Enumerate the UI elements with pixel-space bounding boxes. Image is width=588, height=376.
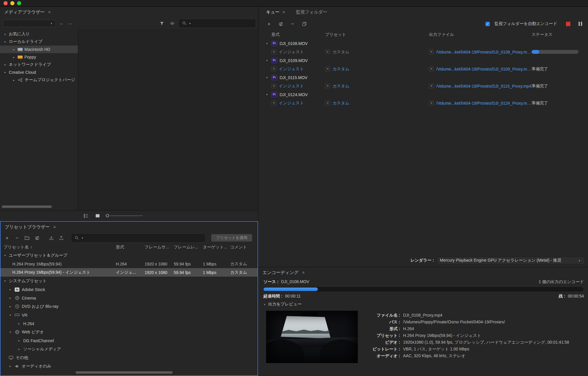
- chevron-right-icon[interactable]: ▸: [12, 56, 16, 59]
- media-search-input[interactable]: ▾: [179, 20, 255, 27]
- preset-folder-vr-h264[interactable]: ▸ H.264: [1, 319, 258, 328]
- queue-job-header-2[interactable]: ▾ Pr DJI_0115.MOV: [258, 73, 588, 82]
- column-frame-size[interactable]: フレームサ...: [145, 245, 174, 250]
- format-dropdown[interactable]: ▾: [271, 66, 276, 71]
- preset-link[interactable]: カスタム: [333, 83, 349, 89]
- chevron-down-icon[interactable]: ▾: [265, 59, 269, 62]
- column-format[interactable]: 形式: [116, 245, 145, 250]
- preset-folder-dvd-bluray[interactable]: ▸ DVD および Blu-ray: [1, 302, 258, 311]
- queue-job-header-1[interactable]: ▾ Pr DJI_0109.MOV: [258, 56, 588, 65]
- preset-search-input[interactable]: ▾: [72, 234, 205, 242]
- panel-menu-icon[interactable]: ≡: [48, 10, 51, 14]
- output-preview-toggle[interactable]: ▾ 出力をプレビュー: [258, 300, 588, 308]
- stop-queue-button[interactable]: [566, 22, 570, 26]
- preset-folder-dg-fastchannel[interactable]: ▸ DG FastChannel: [1, 336, 258, 345]
- search-scope-chevron-icon[interactable]: ▾: [188, 22, 192, 25]
- media-location-dropdown[interactable]: ▾: [3, 20, 56, 27]
- thumbnail-view-icon[interactable]: [94, 212, 101, 219]
- chevron-right-icon[interactable]: ▸: [8, 288, 12, 291]
- preset-folder-audio-only[interactable]: ▸ オーディオのみ: [1, 362, 258, 370]
- zoom-slider-knob[interactable]: [106, 214, 109, 217]
- preset-group-user[interactable]: ▾ ユーザープリセット＆グループ: [1, 251, 258, 260]
- format-link[interactable]: インジェスト: [279, 83, 304, 89]
- panel-menu-icon[interactable]: ≡: [302, 270, 304, 275]
- chevron-right-icon[interactable]: ▸: [12, 48, 16, 51]
- minimize-window-button[interactable]: [10, 1, 14, 5]
- column-comment[interactable]: コメント: [230, 245, 258, 250]
- zoom-slider-track[interactable]: [110, 215, 143, 216]
- queue-job-header-3[interactable]: ▾ Pr DJI_0124.MOV: [258, 90, 588, 99]
- close-window-button[interactable]: [4, 1, 8, 5]
- output-path-link[interactable]: /Volume...ket/0404-19/Proxies/DJI_0124_P…: [436, 101, 532, 106]
- chevron-right-icon[interactable]: ▸: [8, 305, 12, 308]
- chevron-down-icon[interactable]: ▾: [3, 71, 7, 74]
- horizontal-scrollbar[interactable]: [76, 371, 173, 374]
- preset-dropdown[interactable]: ▾: [325, 101, 330, 106]
- chevron-down-icon[interactable]: ▾: [265, 76, 269, 79]
- panel-menu-icon[interactable]: ≡: [53, 225, 56, 229]
- back-icon[interactable]: ←: [59, 21, 64, 26]
- chevron-right-icon[interactable]: ▸: [8, 296, 12, 300]
- preset-row-h264-proxy[interactable]: H.264 Proxy 1Mbps(59.94) H.264 1920 x 10…: [1, 260, 258, 268]
- preset-folder-web-video[interactable]: ▾ Web ビデオ: [1, 328, 258, 336]
- output-path-link[interactable]: /Volume...ket/0404-19/Proxies/DJI_0115_P…: [436, 84, 531, 88]
- pause-queue-button[interactable]: [579, 22, 582, 26]
- new-preset-group-button[interactable]: [24, 234, 31, 241]
- tree-item-team-projects[interactable]: ▸ チームプロジェクトパージ: [0, 76, 78, 84]
- format-link[interactable]: インジェスト: [279, 49, 304, 55]
- output-dropdown[interactable]: ▾: [429, 49, 434, 54]
- output-dropdown[interactable]: ▾: [429, 66, 434, 71]
- preset-folder-other[interactable]: その他: [1, 353, 258, 362]
- preset-link[interactable]: カスタム: [333, 101, 349, 106]
- preset-link[interactable]: カスタム: [333, 66, 349, 72]
- chevron-down-icon[interactable]: ▾: [265, 42, 269, 45]
- tree-item-network-drives[interactable]: ▾ ネットワークドライブ: [0, 61, 78, 68]
- format-dropdown[interactable]: ▾: [271, 101, 276, 106]
- preset-dropdown[interactable]: ▾: [325, 83, 330, 88]
- remove-preset-button[interactable]: −: [14, 234, 21, 241]
- tree-item-poppy[interactable]: ▸ Poppy: [0, 53, 78, 61]
- preset-folder-adobe-stock[interactable]: ▸ St Adobe Stock: [1, 285, 258, 294]
- output-path-link[interactable]: /Volume...ket/0404-19/Proxies/DJI_0108_P…: [436, 50, 532, 54]
- chevron-down-icon[interactable]: ▾: [8, 313, 12, 317]
- output-dropdown[interactable]: ▾: [429, 83, 434, 88]
- preset-folder-social-media[interactable]: ▸ ソーシャルメディア: [1, 345, 258, 353]
- duplicate-button[interactable]: [301, 20, 308, 27]
- view-options-icon[interactable]: [169, 20, 176, 27]
- column-frame-rate[interactable]: フレームレ...: [174, 245, 203, 250]
- preset-folder-cinema[interactable]: ▸ Cinema: [1, 294, 258, 302]
- preset-link[interactable]: カスタム: [333, 49, 349, 55]
- auto-encode-checkbox[interactable]: ✓: [485, 22, 490, 26]
- chevron-down-icon[interactable]: ▾: [3, 279, 7, 283]
- preset-folder-vr[interactable]: ▾ VR: [1, 311, 258, 319]
- format-link[interactable]: インジェスト: [279, 101, 304, 106]
- forward-icon[interactable]: →: [68, 21, 72, 26]
- tab-queue[interactable]: キュー ≡: [266, 9, 285, 15]
- zoom-window-button[interactable]: [17, 1, 21, 5]
- output-path-link[interactable]: /Volume...ket/0404-19/Proxies/DJI_0109_P…: [436, 67, 532, 71]
- list-view-icon[interactable]: [82, 212, 89, 219]
- column-preset-name[interactable]: プリセット名 ↑: [1, 245, 116, 250]
- format-dropdown[interactable]: ▾: [271, 83, 276, 88]
- chevron-right-icon[interactable]: ▸: [17, 347, 21, 351]
- add-source-button[interactable]: +: [265, 20, 273, 27]
- preset-settings-button[interactable]: [34, 234, 41, 241]
- add-output-button[interactable]: [277, 20, 284, 27]
- chevron-down-icon[interactable]: ▾: [3, 33, 7, 36]
- tree-item-favorites[interactable]: ▾ お気に入り: [0, 30, 78, 38]
- renderer-dropdown[interactable]: Mercury Playback Engine GPU アクセラレーション (M…: [437, 257, 584, 264]
- panel-menu-icon[interactable]: ≡: [283, 10, 285, 14]
- thumbnail-zoom-slider[interactable]: [106, 214, 143, 217]
- chevron-down-icon[interactable]: ▾: [263, 303, 267, 306]
- format-dropdown[interactable]: ▾: [271, 49, 276, 54]
- remove-source-button[interactable]: −: [289, 20, 296, 27]
- format-link[interactable]: インジェスト: [279, 66, 304, 72]
- preset-dropdown[interactable]: ▾: [325, 49, 330, 54]
- column-target[interactable]: ターゲット...: [203, 245, 230, 250]
- output-dropdown[interactable]: ▾: [429, 101, 434, 106]
- import-preset-button[interactable]: [48, 234, 55, 241]
- chevron-right-icon[interactable]: ▸: [12, 78, 16, 82]
- add-preset-button[interactable]: +: [4, 234, 11, 241]
- chevron-down-icon[interactable]: ▾: [3, 63, 7, 66]
- tree-item-creative-cloud[interactable]: ▾ Creative Cloud: [0, 68, 78, 76]
